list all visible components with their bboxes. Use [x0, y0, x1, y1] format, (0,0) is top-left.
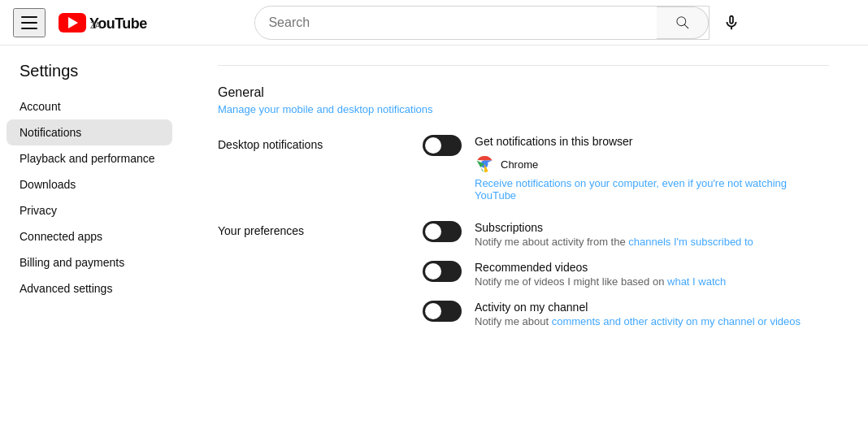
sidebar-item-advanced[interactable]: Advanced settings: [0, 275, 179, 301]
sidebar-item-privacy[interactable]: Privacy: [0, 197, 179, 223]
sidebar-item-label-advanced: Advanced settings: [20, 282, 112, 295]
toggle-track: [423, 135, 462, 156]
toggle-thumb: [425, 137, 441, 154]
search-input[interactable]: [255, 9, 657, 37]
header: YouTube ZA: [0, 0, 868, 46]
logo[interactable]: YouTube ZA: [59, 13, 147, 32]
toggle-track-act: [423, 301, 462, 322]
sidebar-item-connected-apps[interactable]: Connected apps: [0, 223, 179, 249]
recommended-subtitle: Notify me of videos I might like based o…: [475, 275, 726, 288]
sidebar-item-label-billing: Billing and payments: [20, 256, 124, 269]
mic-button[interactable]: [716, 7, 747, 38]
sidebar-item-label-downloads: Downloads: [20, 178, 76, 191]
preferences-toggles: Subscriptions Notify me about activity f…: [423, 221, 829, 327]
browser-desc: Receive notifications on your computer, …: [475, 177, 829, 202]
sidebar: Settings Account Notifications Playback …: [0, 46, 179, 442]
general-section: General Manage your mobile and desktop n…: [218, 85, 829, 115]
mic-icon: [723, 14, 740, 32]
your-preferences-label: Your preferences: [218, 221, 397, 237]
recommended-toggle-row: Recommended videos Notify me of videos I…: [423, 261, 829, 288]
subs-desc-link[interactable]: channels I'm subscribed to: [628, 236, 753, 248]
chrome-logo-icon: [475, 154, 494, 174]
subscriptions-content: Subscriptions Notify me about activity f…: [475, 221, 753, 248]
rec-desc-link[interactable]: what I watch: [667, 275, 726, 288]
country-code: ZA: [90, 21, 147, 30]
sidebar-item-downloads[interactable]: Downloads: [0, 171, 179, 197]
search-icon: [675, 15, 691, 31]
act-desc-link[interactable]: comments and other activity on my channe…: [552, 315, 801, 327]
sidebar-item-label-connected-apps: Connected apps: [20, 230, 102, 243]
sidebar-item-billing[interactable]: Billing and payments: [0, 249, 179, 275]
header-left: YouTube ZA: [13, 8, 147, 37]
toggle-track-subs: [423, 221, 462, 242]
play-icon: [68, 17, 78, 28]
recommended-content: Recommended videos Notify me of videos I…: [475, 261, 726, 288]
toggle-track-rec: [423, 261, 462, 282]
sidebar-item-account[interactable]: Account: [0, 93, 179, 119]
section-title: General: [218, 85, 829, 100]
subscriptions-title: Subscriptions: [475, 221, 753, 234]
activity-content: Activity on my channel Notify me about c…: [475, 301, 801, 327]
settings-title: Settings: [0, 55, 179, 93]
youtube-icon: [59, 13, 86, 32]
main-content: General Manage your mobile and desktop n…: [179, 46, 868, 442]
sidebar-item-label-notifications: Notifications: [20, 126, 81, 139]
top-divider: [218, 65, 829, 66]
act-desc-before: Notify me about: [475, 315, 552, 327]
toggle-thumb-rec: [425, 263, 441, 280]
subscriptions-subtitle: Notify me about activity from the channe…: [475, 236, 753, 248]
recommended-toggle[interactable]: [423, 261, 462, 282]
header-center: [147, 6, 855, 40]
recommended-title: Recommended videos: [475, 261, 726, 274]
desktop-notifications-row: Desktop notifications Get notifications …: [218, 135, 829, 202]
sidebar-item-label-privacy: Privacy: [20, 204, 57, 217]
rec-desc-before: Notify me of videos I might like based o…: [475, 275, 667, 288]
chrome-name: Chrome: [501, 158, 538, 171]
browser-toggle-content: Get notifications in this browser: [475, 135, 829, 202]
section-subtitle[interactable]: Manage your mobile and desktop notificat…: [218, 103, 829, 115]
desktop-toggle-group: Get notifications in this browser: [423, 135, 829, 202]
search-button[interactable]: [657, 6, 709, 39]
activity-toggle-row: Activity on my channel Notify me about c…: [423, 301, 829, 327]
subscriptions-toggle-row: Subscriptions Notify me about activity f…: [423, 221, 829, 248]
browser-toggle-title: Get notifications in this browser: [475, 135, 829, 148]
layout: Settings Account Notifications Playback …: [0, 46, 868, 442]
subscriptions-toggle[interactable]: [423, 221, 462, 242]
chrome-row: Chrome: [475, 154, 829, 174]
activity-title: Activity on my channel: [475, 301, 801, 314]
toggle-thumb-act: [425, 303, 441, 319]
menu-button[interactable]: [13, 8, 46, 37]
sidebar-item-notifications[interactable]: Notifications: [7, 119, 172, 145]
desktop-notifications-label: Desktop notifications: [218, 135, 397, 151]
sidebar-item-playback[interactable]: Playback and performance: [0, 145, 179, 171]
your-preferences-row: Your preferences Subscriptions Notify me…: [218, 221, 829, 327]
toggle-thumb-subs: [425, 223, 441, 240]
subs-desc-before: Notify me about activity from the: [475, 236, 628, 248]
activity-toggle[interactable]: [423, 301, 462, 322]
sidebar-item-label-playback: Playback and performance: [20, 152, 155, 165]
desktop-notifications-toggle[interactable]: [423, 135, 462, 156]
activity-subtitle: Notify me about comments and other activ…: [475, 315, 801, 327]
sidebar-item-label-account: Account: [20, 100, 61, 113]
search-bar: [254, 6, 710, 40]
browser-toggle-row: Get notifications in this browser: [423, 135, 829, 202]
